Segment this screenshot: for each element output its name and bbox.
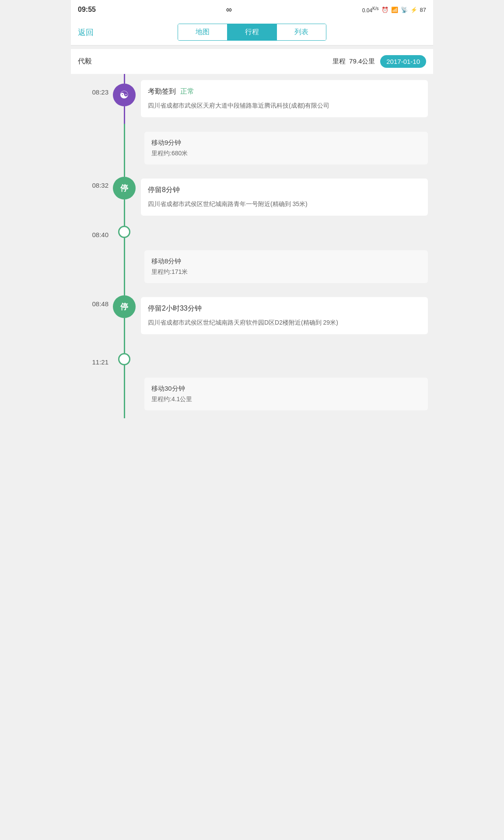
time-col-1: 08:23 [71,74,110,124]
line-move1 [124,124,125,172]
move-card-1: 移动9分钟 里程约:680米 [144,132,428,164]
checkin-address: 四川省成都市武侯区天府大道中段辅路靠近腾讯科技(成都)有限公司 [148,101,421,110]
stop-card-2: 停留2小时33分钟 四川省成都市武侯区世纪城南路天府软件园D区D2楼附近(精确到… [141,297,428,334]
back-button[interactable]: 返回 [78,27,104,38]
center-checkin: ☯ [110,74,138,124]
content-stop2: 停留2小时33分钟 四川省成都市武侯区世纪城南路天府软件园D区D2楼附近(精确到… [138,291,433,370]
move-card-3: 移动30分钟 里程约:4.1公里 [144,378,428,410]
time-start-stop1: 08:32 [92,180,108,189]
infinity-icon: ∞ [226,5,232,14]
time-col-stop1: 08:32 08:40 [71,172,110,242]
time-start-checkin: 08:23 [92,87,108,95]
time-end-stop2: 11:21 [92,359,108,365]
tab-trip[interactable]: 行程 [228,24,277,40]
date-badge: 2017-01-10 [380,55,426,68]
move-duration-2: 移动8分钟 [151,257,421,266]
charge-icon: ⚡ [410,7,417,13]
stop-title-1: 停留8分钟 [148,186,421,195]
stop-label-1: 停 [120,183,128,193]
line-top-purple [124,74,125,84]
line-below-stop2 [124,365,125,370]
time-col-move3 [71,370,110,418]
person-name: 代毅 [78,57,332,66]
checkin-dot: ☯ [113,84,136,106]
content-checkin: 考勤签到 正常 四川省成都市武侯区天府大道中段辅路靠近腾讯科技(成都)有限公司 [138,74,433,124]
entry-checkin: 08:23 ☯ 考勤签到 正常 四川省成都市武侯区天府大道中段辅路靠近腾讯科技(… [71,74,433,124]
stop-title-2: 停留2小时33分钟 [148,304,421,313]
content-move3: 移动30分钟 里程约:4.1公里 [138,370,433,418]
mileage-value: 79.4公里 [349,57,375,66]
time-start-stop2: 08:48 [92,299,108,307]
move-distance-2: 里程约:171米 [151,268,421,276]
stop-dot-1: 停 [113,177,136,200]
tab-map[interactable]: 地图 [178,24,228,40]
stop-card-1: 停留8分钟 四川省成都市武侯区世纪城南路青年一号附近(精确到 35米) [141,178,428,216]
clock-icon: ⏰ [382,7,388,13]
content-move1: 移动9分钟 里程约:680米 [138,124,433,172]
line-move3 [124,370,125,418]
checkin-title: 考勤签到 正常 [148,87,421,96]
checkin-status: 正常 [180,87,194,96]
wifi-icon: 📶 [391,7,398,13]
move-duration-3: 移动30分钟 [151,385,421,393]
content-move2: 移动8分钟 里程约:171米 [138,242,433,291]
entry-move2: 移动8分钟 里程约:171米 [71,242,433,291]
entry-stop2: 08:48 11:21 停 停留2小时33分钟 四川省成都市武侯区世纪城南路天府… [71,291,433,370]
center-stop1: 停 [110,172,138,242]
checkin-card: 考勤签到 正常 四川省成都市武侯区天府大道中段辅路靠近腾讯科技(成都)有限公司 [141,80,428,117]
line-above-stop2 [124,291,125,295]
center-move3 [110,370,138,418]
line-below-stop1 [124,238,125,242]
move-card-2: 移动8分钟 里程约:171米 [144,250,428,283]
time-end-stop1: 08:40 [92,231,108,238]
time-col-move2 [71,242,110,291]
entry-stop1: 08:32 08:40 停 停留8分钟 四川省成都市武侯区世纪城南路青年一号附近… [71,172,433,242]
line-bottom-purple [124,106,125,124]
tab-list[interactable]: 列表 [277,24,326,40]
summary-bar: 代毅 里程 79.4公里 2017-01-10 [71,49,433,74]
center-stop2: 停 [110,291,138,370]
nav-bar: 返回 地图 行程 列表 [71,19,433,46]
stop-address-1: 四川省成都市武侯区世纪城南路青年一号附近(精确到 35米) [148,199,421,209]
center-move1 [110,124,138,172]
stop-address-2: 四川省成都市武侯区世纪城南路天府软件园D区D2楼附近(精确到 29米) [148,318,421,327]
line-mid-stop1 [124,200,125,226]
nav-tabs: 地图 行程 列表 [178,24,326,41]
center-move2 [110,242,138,291]
status-bar: 09:55 ∞ 0.04K/s ⏰ 📶 📡 ⚡ 87 [71,0,433,19]
entry-move1: 移动9分钟 里程约:680米 [71,124,433,172]
stop-dot-2: 停 [113,295,136,318]
time-col-move1 [71,124,110,172]
status-right: 0.04K/s ⏰ 📶 📡 ⚡ 87 [362,6,426,14]
line-mid-stop2 [124,318,125,353]
time-col-stop2: 08:48 11:21 [71,291,110,370]
line-move2 [124,242,125,291]
content-stop1: 停留8分钟 四川省成都市武侯区世纪城南路青年一号附近(精确到 35米) [138,172,433,242]
stop-label-2: 停 [120,301,128,312]
stop-end-dot-1 [118,226,130,238]
move-distance-3: 里程约:4.1公里 [151,396,421,403]
move-distance-1: 里程约:680米 [151,150,421,158]
status-time: 09:55 [78,6,96,14]
timeline: 08:23 ☯ 考勤签到 正常 四川省成都市武侯区天府大道中段辅路靠近腾讯科技(… [71,74,433,427]
fingerprint-icon: ☯ [119,89,129,101]
line-above-stop1 [124,172,125,177]
battery-level: 87 [420,7,426,13]
mileage-label: 里程 [332,57,346,66]
stop-end-dot-2 [118,353,130,365]
move-duration-1: 移动9分钟 [151,139,421,147]
signal-icon: 📡 [401,7,408,13]
status-speed: 0.04K/s [362,6,379,14]
entry-move3: 移动30分钟 里程约:4.1公里 [71,370,433,418]
